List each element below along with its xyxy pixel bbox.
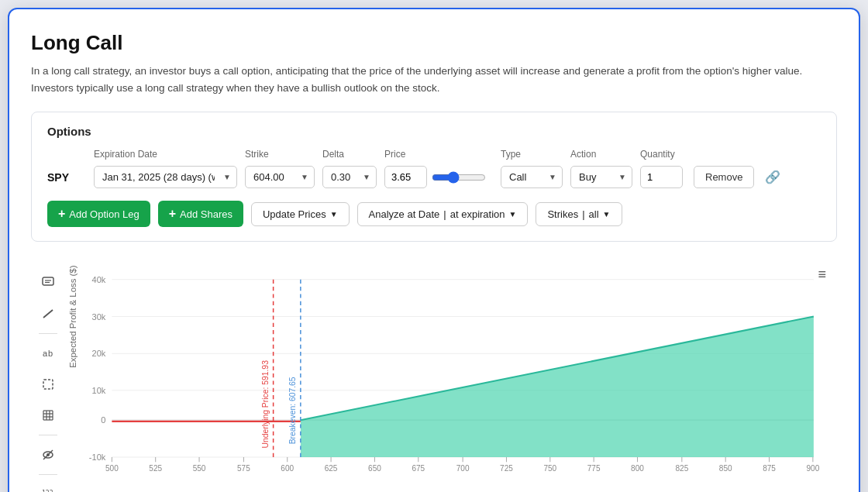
- type-select[interactable]: Call Put: [501, 166, 563, 188]
- page-title: Long Call: [31, 31, 837, 55]
- link-icon[interactable]: 🔗: [765, 170, 780, 184]
- main-window: Long Call In a long call strategy, an in…: [8, 8, 860, 492]
- options-panel: Options Expiration Date Strike Delta Pri…: [31, 112, 837, 242]
- price-slider[interactable]: [432, 171, 486, 184]
- svg-text:775: 775: [587, 464, 601, 473]
- col-header-type: Type: [501, 149, 570, 160]
- plus-icon-shares: +: [169, 207, 176, 221]
- tool-divider-2: [39, 435, 57, 435]
- chart-area: ab: [31, 256, 837, 492]
- analyze-separator: |: [443, 208, 446, 220]
- svg-text:10k: 10k: [92, 386, 106, 395]
- add-option-leg-button[interactable]: + Add Option Leg: [47, 201, 150, 227]
- svg-rect-6: [43, 380, 53, 389]
- svg-text:575: 575: [237, 464, 250, 473]
- strikes-separator: |: [582, 208, 584, 220]
- add-shares-label: Add Shares: [180, 208, 232, 220]
- price-input[interactable]: [384, 166, 427, 188]
- chart-menu-icon[interactable]: ≡: [815, 263, 829, 286]
- svg-text:900: 900: [806, 464, 819, 473]
- analyze-at-date-button[interactable]: Analyze at Date | at expiration ▼: [357, 202, 529, 226]
- col-header-delta: Delta: [322, 149, 384, 160]
- svg-text:Breakeven: 607.65: Breakeven: 607.65: [288, 377, 297, 444]
- strikes-button[interactable]: Strikes | all ▼: [536, 202, 622, 226]
- svg-text:500: 500: [105, 464, 119, 473]
- chart-container: ab: [31, 263, 829, 492]
- action-select[interactable]: Buy Sell: [570, 166, 632, 188]
- chart-tool-grid[interactable]: [36, 404, 60, 427]
- expiry-select[interactable]: Jan 31, 2025 (28 days) (w): [94, 166, 237, 188]
- action-select-wrapper[interactable]: Buy Sell ▼: [570, 166, 632, 188]
- analyze-at-date-label: Analyze at Date: [369, 208, 440, 220]
- chart-tool-eye[interactable]: [36, 443, 60, 466]
- main-chart-svg: Expected Profit & Loss ($) 40k 30k 20k 1…: [65, 263, 829, 480]
- svg-text:825: 825: [675, 464, 688, 473]
- update-prices-label: Update Prices: [263, 208, 326, 220]
- svg-text:Expected Profit & Loss ($): Expected Profit & Loss ($): [68, 265, 78, 368]
- update-prices-button[interactable]: Update Prices ▼: [251, 202, 350, 226]
- svg-text:550: 550: [193, 464, 206, 473]
- chart-tool-ab[interactable]: ab: [36, 342, 60, 365]
- strikes-label: Strikes: [547, 208, 578, 220]
- svg-text:40k: 40k: [92, 275, 106, 284]
- chart-svg-wrapper: ≡ Expected Profit & Loss ($) 40k 30k: [65, 263, 829, 480]
- add-shares-button[interactable]: + Add Shares: [158, 201, 243, 227]
- svg-text:a: a: [43, 349, 48, 358]
- svg-rect-0: [43, 277, 53, 285]
- svg-text:0: 0: [101, 415, 105, 425]
- chart-tool-line[interactable]: [36, 302, 60, 325]
- col-header-strike: Strike: [245, 149, 322, 160]
- col-header-quantity: Quantity: [640, 149, 718, 160]
- page-description: In a long call strategy, an investor buy…: [31, 63, 837, 96]
- options-panel-title: Options: [47, 125, 821, 138]
- tool-divider-1: [39, 333, 57, 334]
- svg-text:-10k: -10k: [89, 452, 106, 462]
- svg-text:850: 850: [719, 464, 732, 473]
- toolbar: + Add Option Leg + Add Shares Update Pri…: [47, 201, 821, 227]
- svg-text:800: 800: [631, 464, 644, 473]
- svg-text:750: 750: [543, 464, 556, 473]
- symbol-label: SPY: [47, 171, 94, 184]
- svg-text:675: 675: [412, 464, 425, 473]
- strike-select[interactable]: 604.00: [245, 166, 315, 188]
- svg-text:525: 525: [149, 464, 162, 473]
- svg-text:625: 625: [325, 464, 338, 473]
- col-header-price: Price: [384, 149, 501, 160]
- remove-button[interactable]: Remove: [694, 166, 754, 188]
- option-row: SPY Jan 31, 2025 (28 days) (w) ▼ 604.00 …: [47, 166, 821, 188]
- add-option-leg-label: Add Option Leg: [69, 208, 139, 220]
- quantity-input[interactable]: [640, 166, 683, 188]
- delta-select-wrapper[interactable]: 0.30 ▼: [322, 166, 377, 188]
- chart-tools: ab: [31, 263, 65, 492]
- col-header-action: Action: [570, 149, 640, 160]
- svg-text:b: b: [48, 349, 53, 358]
- analyze-chevron: ▼: [509, 210, 517, 218]
- col-header-expiry: Expiration Date: [94, 149, 245, 160]
- plus-icon: +: [58, 207, 65, 221]
- svg-text:875: 875: [763, 464, 776, 473]
- expiry-select-wrapper[interactable]: Jan 31, 2025 (28 days) (w) ▼: [94, 166, 237, 188]
- svg-text:600: 600: [281, 464, 294, 473]
- price-cell: [384, 166, 501, 188]
- svg-text:650: 650: [368, 464, 381, 473]
- delta-select[interactable]: 0.30: [322, 166, 377, 188]
- analyze-at-date-value: at expiration: [450, 208, 505, 220]
- strikes-chevron: ▼: [603, 210, 611, 218]
- svg-line-3: [43, 310, 53, 318]
- svg-text:725: 725: [500, 464, 513, 473]
- update-prices-chevron: ▼: [330, 210, 338, 218]
- tool-divider-3: [39, 474, 57, 475]
- chart-tool-cursor[interactable]: [36, 271, 60, 294]
- svg-text:20k: 20k: [92, 349, 106, 358]
- type-select-wrapper[interactable]: Call Put ▼: [501, 166, 563, 188]
- chart-tool-select[interactable]: [36, 373, 60, 396]
- svg-text:30k: 30k: [92, 312, 106, 322]
- svg-text:700: 700: [456, 464, 470, 473]
- options-header: Expiration Date Strike Delta Price Type …: [47, 149, 821, 160]
- chart-tool-number[interactable]: 123: [36, 483, 60, 492]
- strike-select-wrapper[interactable]: 604.00 ▼: [245, 166, 315, 188]
- strikes-value: all: [589, 208, 599, 220]
- svg-text:Underlying Price: 591.93: Underlying Price: 591.93: [261, 360, 270, 449]
